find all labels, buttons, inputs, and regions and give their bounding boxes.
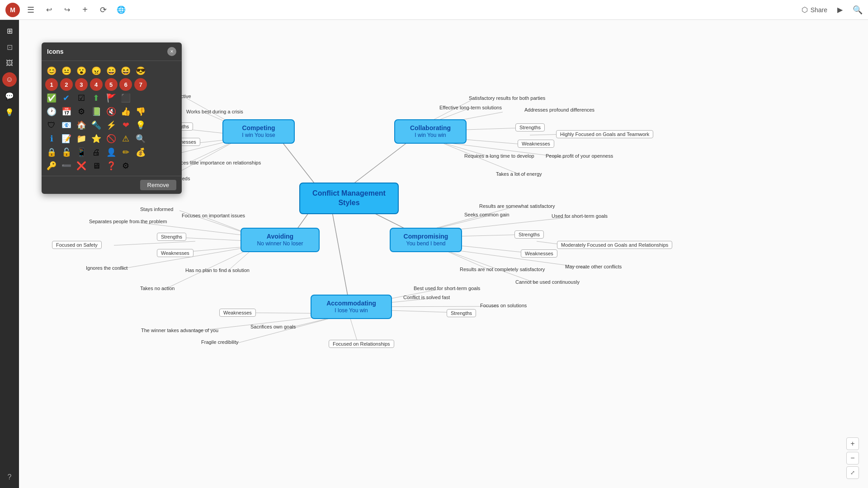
competing-node[interactable]: Competing I win You lose [222, 119, 295, 144]
collaborating-line1: Collaborating [401, 124, 459, 132]
icon-num1[interactable]: 1 [45, 78, 58, 91]
icon-neutral[interactable]: 😐 [60, 65, 73, 77]
icon-shield[interactable]: 🛡 [45, 119, 58, 131]
icon-pencil[interactable]: ✏ [119, 146, 132, 159]
icon-book[interactable]: 📗 [90, 105, 103, 118]
compromising-node[interactable]: Compromising You bend I bend [390, 228, 462, 252]
badge-focused-relationships: Focused on Relationships [329, 340, 394, 348]
badge-moderately-focused: Moderately Focused on Goals and Relation… [557, 241, 672, 249]
icon-happy[interactable]: 😄 [105, 65, 118, 77]
icon-arrow-up-green[interactable]: ⬆ [90, 92, 103, 104]
icon-laugh[interactable]: 😆 [119, 65, 132, 77]
accommodating-line2: I lose You win [318, 307, 385, 314]
badge-weaknesses-accom: Weaknesses [219, 309, 256, 317]
icon-empty1 [149, 65, 162, 77]
icon-printer[interactable]: 🖨 [90, 146, 103, 159]
icon-empty16 [134, 160, 147, 172]
label-takes-no-action: Takes no action [140, 286, 175, 291]
accommodating-node[interactable]: Accommodating I lose You win [311, 295, 392, 319]
menu-button[interactable]: ☰ [24, 3, 38, 17]
avoiding-node[interactable]: Avoiding No winner No loser [241, 228, 320, 252]
icon-question[interactable]: ❓ [105, 160, 118, 172]
icon-cool[interactable]: 😎 [134, 65, 147, 77]
label-takes-lot-energy: Takes a lot of energy [496, 171, 542, 177]
icon-flashlight[interactable]: 🔦 [90, 119, 103, 131]
icon-num3[interactable]: 3 [75, 78, 88, 91]
competing-line2: I win You lose [230, 132, 288, 139]
sidebar-item-emoji[interactable]: ☺ [2, 72, 17, 87]
icon-num4[interactable]: 4 [90, 78, 103, 91]
icon-home[interactable]: 🏠 [75, 119, 88, 131]
icon-clock[interactable]: 🕐 [45, 105, 58, 118]
icon-key[interactable]: 🔑 [45, 160, 58, 172]
center-node[interactable]: Conflict Management Styles [299, 183, 399, 214]
icon-note[interactable]: 📝 [60, 132, 73, 145]
redo-button[interactable]: ↪ [60, 3, 74, 17]
sidebar-item-image[interactable]: 🖼 [2, 56, 17, 70]
add-button[interactable]: + [78, 3, 92, 17]
icon-info[interactable]: ℹ [45, 132, 58, 145]
label-sacrifices-goals: Sacrifices own goals [250, 324, 296, 329]
collaborating-node[interactable]: Collaborating I win You win [394, 119, 467, 144]
icons-panel-close-button[interactable]: × [167, 47, 176, 56]
zoom-in-button[interactable]: + [846, 437, 859, 450]
icon-lock[interactable]: 🔒 [45, 146, 58, 159]
sidebar-item-home[interactable]: ⊞ [2, 23, 17, 38]
icon-empty9 [164, 105, 177, 118]
remove-icon-button[interactable]: Remove [140, 180, 176, 190]
icon-unlock[interactable]: 🔓 [60, 146, 73, 159]
icon-empty11 [164, 119, 177, 131]
icon-check-blue[interactable]: ✔ [60, 92, 73, 104]
share-icon: ⬡ [802, 5, 808, 14]
undo-button[interactable]: ↩ [42, 3, 56, 17]
icon-person[interactable]: 👤 [105, 146, 118, 159]
icon-folder[interactable]: 📁 [75, 132, 88, 145]
icon-heart[interactable]: ❤ [119, 119, 132, 131]
icon-flag-black[interactable]: ⬛ [119, 92, 132, 104]
icon-num7[interactable]: 7 [134, 78, 147, 91]
icon-surprised[interactable]: 😮 [75, 65, 88, 77]
icon-thumbup[interactable]: 👍 [119, 105, 132, 118]
label-conflict-solved-fast: Conflict is solved fast [403, 295, 450, 300]
icon-monitor[interactable]: 🖥 [90, 160, 103, 172]
icon-gear[interactable]: ⚙ [75, 105, 88, 118]
icon-thumbdown[interactable]: 👎 [134, 105, 147, 118]
sidebar-item-help[interactable]: ? [2, 470, 17, 484]
label-used-short-term-goals: Used for short-term goals [552, 213, 608, 219]
icon-num5[interactable]: 5 [105, 78, 118, 91]
present-button[interactable]: ▶ [833, 3, 847, 17]
icon-star[interactable]: ⭐ [90, 132, 103, 145]
icon-warning[interactable]: ⚠ [119, 132, 132, 145]
zoom-out-button[interactable]: − [846, 452, 859, 465]
icon-no[interactable]: 🚫 [105, 132, 118, 145]
sidebar-item-comment[interactable]: 💬 [2, 89, 17, 103]
icon-settings[interactable]: ⚙ [119, 160, 132, 172]
icon-checkbox[interactable]: ☑ [75, 92, 88, 104]
icon-mute[interactable]: 🔇 [105, 105, 118, 118]
icon-calendar[interactable]: 📅 [60, 105, 73, 118]
icon-money[interactable]: 💰 [134, 146, 147, 159]
refresh-button[interactable]: ⟳ [96, 3, 110, 17]
icon-num6[interactable]: 6 [119, 78, 132, 91]
globe-button[interactable]: 🌐 [114, 3, 128, 17]
icon-bulb[interactable]: 💡 [134, 119, 147, 131]
icon-lightning[interactable]: ⚡ [105, 119, 118, 131]
sidebar-item-idea[interactable]: 💡 [2, 105, 17, 119]
zoom-fit-button[interactable]: ⤢ [846, 466, 859, 479]
icon-smile[interactable]: 😊 [45, 65, 58, 77]
icon-x-red[interactable]: ❌ [75, 160, 88, 172]
search-icon-toolbar[interactable]: 🔍 [853, 5, 863, 15]
icon-email[interactable]: 📧 [60, 119, 73, 131]
sidebar-item-map[interactable]: ⊡ [2, 40, 17, 54]
share-button[interactable]: ⬡ Share [802, 5, 827, 14]
icon-flag-red[interactable]: 🚩 [105, 92, 118, 104]
icon-angry[interactable]: 😠 [90, 65, 103, 77]
icon-check-green[interactable]: ✅ [45, 92, 58, 104]
icon-num2[interactable]: 2 [60, 78, 73, 91]
label-satisfactory-both: Satisfactory results for both parties [469, 95, 545, 101]
icon-mobile[interactable]: 📱 [75, 146, 88, 159]
label-fragile-credibility: Fragile credibility [201, 339, 239, 345]
icon-search[interactable]: 🔍 [134, 132, 147, 145]
icon-empty10 [149, 119, 162, 131]
icon-minus-green[interactable]: ➖ [60, 160, 73, 172]
